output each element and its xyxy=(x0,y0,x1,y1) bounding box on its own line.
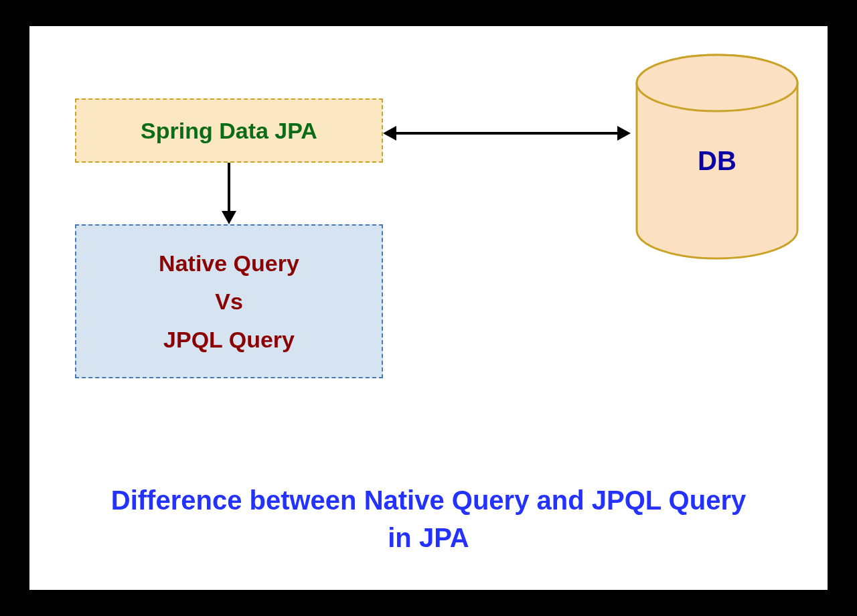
caption-line-1: Difference between Native Query and JPQL… xyxy=(50,481,807,519)
db-label: DB xyxy=(698,146,736,176)
query-comparison-box: Native Query Vs JPQL Query xyxy=(75,224,383,378)
arrow-right-head-icon xyxy=(617,126,631,141)
arrow-down-head-icon xyxy=(222,211,236,224)
caption-line-2: in JPA xyxy=(50,519,807,556)
arrow-left-head-icon xyxy=(383,126,396,141)
database-cylinder: DB xyxy=(633,53,801,260)
diagram-caption: Difference between Native Query and JPQL… xyxy=(29,481,828,556)
spring-data-jpa-box: Spring Data JPA xyxy=(75,98,383,163)
arrow-down xyxy=(222,163,236,224)
spring-data-jpa-label: Spring Data JPA xyxy=(141,118,317,144)
arrow-bidirectional xyxy=(383,127,631,140)
diagram-canvas: Spring Data JPA Native Query Vs JPQL Que… xyxy=(29,26,828,590)
svg-point-1 xyxy=(637,55,797,111)
native-query-label: Native Query xyxy=(159,250,299,277)
arrow-down-line xyxy=(228,163,230,211)
jpql-query-label: JPQL Query xyxy=(163,327,295,353)
arrow-h-line xyxy=(396,132,617,135)
vs-label: Vs xyxy=(215,289,243,315)
